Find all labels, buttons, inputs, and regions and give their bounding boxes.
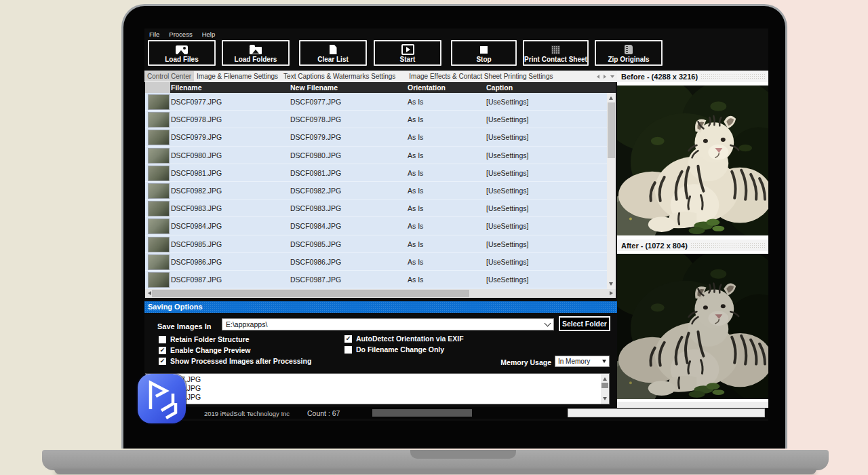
cell-caption: [UseSettings] [486,204,588,212]
table-vertical-scrollbar[interactable] [607,93,616,289]
toolbar-button-label: Stop [476,56,491,64]
cell-orientation: As Is [408,222,486,230]
toolbar-button[interactable]: Start [374,40,441,66]
row-thumbnail [148,237,170,252]
menu-item[interactable]: Help [202,31,216,38]
toolbar-button[interactable]: Stop [451,40,517,66]
memory-usage-select[interactable]: In Memory [555,356,610,367]
after-label: After - (1072 x 804) [617,242,690,250]
table-row[interactable]: DSCF0986.JPG DSCF0986.JPG As Is [UseSett… [145,253,607,271]
column-header-caption[interactable]: Caption [486,83,588,92]
cell-new-filename: DSCF0982.JPG [290,187,407,195]
row-thumbnail [148,148,170,164]
tab[interactable]: Control Center [144,71,194,81]
checkbox-option[interactable]: Retain Folder Structure [159,335,311,343]
table-row[interactable]: DSCF0977.JPG DSCF0977.JPG As Is [UseSett… [145,93,607,111]
cell-filename: DSCF0977.JPG [171,98,290,106]
laptop-base-notch [410,450,516,459]
table-row[interactable]: DSCF0983.JPG DSCF0983.JPG As Is [UseSett… [145,200,607,217]
column-header-new-filename[interactable]: New Filename [290,83,407,92]
table-body: DSCF0977.JPG DSCF0977.JPG As Is [UseSett… [145,93,607,289]
table-header-corner [145,82,170,93]
toolbar-button[interactable]: Print Contact Sheet [523,40,589,66]
table-header: Filename New Filename Orientation Captio… [145,82,616,93]
checkbox-option[interactable]: AutoDetect Orientation via EXIF [344,335,464,343]
scroll-up-icon[interactable] [609,96,613,100]
table-row[interactable]: DSCF0980.JPG DSCF0980.JPG As Is [UseSett… [145,147,607,164]
column-header-filename[interactable]: Filename [171,83,290,92]
checkbox[interactable] [344,346,352,354]
toolbar-button-icon [250,47,262,54]
table-row[interactable]: DSCF0978.JPG DSCF0978.JPG As Is [UseSett… [145,111,607,128]
toolbar-button[interactable]: Load Folders [222,40,290,66]
cell-new-filename: DSCF0983.JPG [290,204,407,212]
table-row[interactable]: DSCF0984.JPG DSCF0984.JPG As Is [UseSett… [145,217,607,235]
tab-list-dropdown-icon[interactable] [610,75,614,78]
scrollbar-thumb[interactable] [601,383,608,388]
tab[interactable]: Image & Filename Settings [194,71,281,81]
checkbox[interactable] [159,358,166,365]
scrollbar-thumb[interactable] [608,102,615,158]
column-header-orientation[interactable]: Orientation [408,83,486,92]
tab-scroll-right-icon[interactable] [604,75,606,79]
log-scrollbar[interactable] [601,374,609,404]
checkbox-option[interactable]: Do Filename Change Only [344,345,464,354]
scroll-down-icon[interactable] [609,282,613,286]
cell-caption: [UseSettings] [486,151,588,159]
hatch-pattern [701,73,766,79]
checkbox[interactable] [344,335,352,343]
save-path-combobox[interactable]: E:\appxapps\ [222,318,554,330]
table-row[interactable]: DSCF0982.JPG DSCF0982.JPG As Is [UseSett… [145,182,607,200]
toolbar-button-icon [401,44,414,55]
cell-new-filename: DSCF0985.JPG [290,240,407,248]
toolbar-button[interactable]: Load Files [148,40,216,66]
scrollbar-thumb[interactable] [152,290,469,297]
cell-orientation: As Is [408,258,486,266]
scroll-up-icon[interactable] [603,377,607,381]
row-thumbnail [148,112,170,128]
log-list[interactable]: DSCF0987.JPGDSCF0986.JPGDSCF0984.JPG [145,373,610,404]
checkbox-option[interactable]: Enable Change Preview [159,346,311,354]
checkbox[interactable] [159,347,166,354]
cell-orientation: As Is [408,240,486,248]
table-row[interactable]: DSCF0987.JPG DSCF0987.JPG As Is [UseSett… [145,271,607,288]
table-row[interactable]: DSCF0979.JPG DSCF0979.JPG As Is [UseSett… [145,128,607,146]
cell-new-filename: DSCF0981.JPG [290,169,407,177]
checkbox-label: Show Processed Images after Processing [170,357,311,365]
checkbox-column-right: AutoDetect Orientation via EXIF Do Filen… [344,335,464,354]
menu-item[interactable]: Process [169,31,192,38]
cell-new-filename: DSCF0987.JPG [290,276,407,284]
saving-options-panel: Save Images In E:\appxapps\ Select Folde… [144,313,617,371]
table-horizontal-scrollbar[interactable] [145,289,616,298]
cell-new-filename: DSCF0980.JPG [290,151,407,159]
tab[interactable]: Image Effects & Contact Sheet Printing S… [406,71,555,81]
chevron-down-icon [602,360,606,363]
menu-item[interactable]: File [149,31,159,38]
log-item: DSCF0986.JPG [150,384,599,393]
checkbox-option[interactable]: Show Processed Images after Processing [159,357,311,365]
table-row[interactable]: DSCF0985.JPG DSCF0985.JPG As Is [UseSett… [145,235,607,253]
scene: FileProcessHelp Load Files Load Folders … [0,0,868,475]
cell-filename: DSCF0986.JPG [171,258,290,266]
cell-filename: DSCF0982.JPG [171,187,290,195]
table-row[interactable]: DSCF0981.JPG DSCF0981.JPG As Is [UseSett… [145,164,607,182]
toolbar-button-icon [176,45,188,54]
checkbox-label: AutoDetect Orientation via EXIF [356,335,464,343]
scroll-right-icon[interactable] [610,291,613,295]
cell-caption: [UseSettings] [486,258,588,266]
scroll-left-icon[interactable] [148,291,151,295]
tab[interactable]: Text Captions & Watermarks Settings [281,71,398,81]
checkbox-label: Retain Folder Structure [170,335,250,343]
checkbox[interactable] [159,336,166,343]
tab-scroll-left-icon[interactable] [597,75,599,79]
cell-orientation: As Is [408,115,486,124]
cell-caption: [UseSettings] [486,222,588,230]
select-folder-button[interactable]: Select Folder [559,316,610,331]
row-thumbnail [148,166,170,181]
toolbar-button[interactable]: Zip Originals [595,40,663,66]
after-preview-image [617,251,768,402]
scroll-down-icon[interactable] [603,397,607,400]
toolbar-button[interactable]: Clear List [299,40,367,66]
toolbar-button-icon [625,45,633,54]
laptop-base [42,450,829,470]
